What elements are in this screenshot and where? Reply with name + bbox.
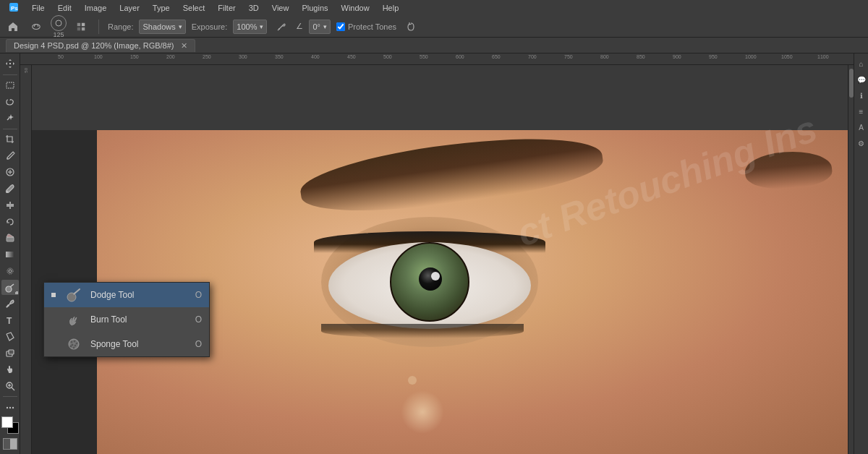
ruler-left: 50	[20, 65, 32, 454]
shape-tool[interactable]	[1, 346, 19, 361]
right-panel-settings-icon[interactable]: ≡	[856, 106, 867, 117]
svg-line-10	[7, 118, 9, 120]
svg-point-18	[7, 268, 13, 274]
burn-tool-icon	[64, 310, 83, 329]
menu-bar: Ps File Edit Image Layer Type Select Fil…	[0, 0, 868, 16]
standard-mode	[4, 439, 10, 449]
magic-wand-tool[interactable]	[1, 111, 19, 126]
protect-tones-label: Protect Tones	[348, 22, 396, 31]
healing-brush-tool[interactable]	[1, 165, 19, 180]
foreground-color-swatch[interactable]	[1, 416, 13, 428]
ruler-tick-label: 350	[275, 54, 284, 59]
canvas-area[interactable]: ct Retouching Ins	[32, 65, 854, 454]
svg-point-40	[70, 346, 72, 348]
svg-point-29	[6, 406, 7, 408]
text-tool[interactable]: T	[1, 313, 19, 328]
menu-help[interactable]: Help	[377, 2, 405, 14]
crop-tool[interactable]	[1, 132, 19, 147]
exposure-dropdown[interactable]: 100%	[233, 20, 267, 34]
quick-mask-toggle[interactable]	[3, 438, 17, 450]
extra-tools[interactable]	[1, 400, 19, 415]
gradient-tool[interactable]	[1, 247, 19, 262]
scrollbar-thumb[interactable]	[849, 69, 854, 98]
menu-edit[interactable]: Edit	[52, 2, 77, 14]
menu-type[interactable]: Type	[147, 2, 176, 14]
ruler-tick-label: 200	[166, 54, 175, 59]
close-tab-icon[interactable]: ✕	[181, 41, 187, 50]
menu-3d[interactable]: 3D	[243, 2, 265, 14]
ruler-tick-label: 150	[130, 54, 139, 59]
dodge-burn-sponge-tool[interactable]	[1, 280, 19, 295]
options-bar: 125 Range: Shadows Exposure: 100% ∠ 0° P…	[0, 16, 868, 38]
svg-rect-9	[7, 82, 14, 88]
ruler-top: 50 100 150 200 250 300 350 400 450 500 5…	[20, 53, 854, 65]
path-selection-tool[interactable]	[1, 329, 19, 344]
flyout-item-dodge[interactable]: Dodge Tool O	[44, 283, 209, 307]
ruler-tick-label: 950	[709, 54, 718, 59]
photo-container: ct Retouching Ins	[97, 130, 854, 454]
svg-point-34	[71, 341, 73, 343]
toolbar-sep-3	[3, 396, 17, 397]
ruler-tick-label: 800	[600, 54, 609, 59]
workspace-button[interactable]	[27, 18, 45, 35]
zoom-tool[interactable]	[1, 379, 19, 394]
menu-filter[interactable]: Filter	[212, 2, 241, 14]
protect-tones-checkbox[interactable]	[336, 22, 345, 31]
ruler-tick-label: 650	[492, 54, 501, 59]
svg-point-36	[76, 343, 78, 345]
menu-layer[interactable]: Layer	[114, 2, 145, 14]
brush-type-button[interactable]	[72, 18, 90, 35]
clone-stamp-tool[interactable]	[1, 198, 19, 213]
document-tab[interactable]: Design 4 PSD.psd @ 120% (Image, RGB/8#) …	[6, 39, 195, 52]
tool-sub-indicator	[15, 291, 18, 294]
marquee-tool[interactable]	[1, 78, 19, 93]
pen-tool[interactable]	[1, 296, 19, 312]
brush-preview[interactable]: 125	[51, 15, 67, 38]
ruler-tick-label: 450	[347, 54, 356, 59]
ruler-tick-label: 100	[94, 54, 103, 59]
history-brush-icon[interactable]	[402, 18, 420, 35]
exposure-label: Exposure:	[192, 22, 228, 31]
right-panel-info-icon[interactable]: ℹ	[856, 90, 867, 101]
eraser-tool[interactable]	[1, 231, 19, 246]
scrollbar-vertical[interactable]	[848, 65, 854, 454]
range-label: Range:	[108, 22, 133, 31]
right-panel-extra-icon[interactable]: ⚙	[856, 137, 867, 149]
move-tool[interactable]	[1, 56, 19, 72]
menu-ps[interactable]: Ps	[3, 1, 25, 15]
dodge-tool-icon	[64, 286, 83, 304]
right-panel: ⌂ 💬 ℹ ≡ A ⚙	[854, 53, 868, 454]
right-panel-home-icon[interactable]: ⌂	[856, 58, 867, 69]
menu-plugins[interactable]: Plugins	[296, 2, 333, 14]
range-dropdown[interactable]: Shadows	[139, 20, 185, 34]
sponge-tool-label: Sponge Tool	[90, 339, 188, 349]
brush-tool[interactable]	[1, 181, 19, 197]
home-button[interactable]	[4, 18, 22, 35]
airbrush-icon[interactable]	[273, 18, 290, 35]
ruler-tick-label: 500	[383, 54, 392, 59]
angle-label: ∠	[296, 22, 303, 31]
canvas-wrapper: 50 100 150 200 250 300 350 400 450 500 5…	[20, 53, 854, 454]
tool-flyout-menu: Dodge Tool O Burn Tool O	[43, 282, 210, 357]
eyedropper-tool[interactable]	[1, 148, 19, 163]
menu-window[interactable]: Window	[336, 2, 375, 14]
left-toolbar: T	[0, 53, 20, 454]
hand-tool[interactable]	[1, 362, 19, 377]
blur-tool[interactable]	[1, 264, 19, 279]
menu-view[interactable]: View	[266, 2, 295, 14]
history-brush-tool[interactable]	[1, 214, 19, 229]
lasso-tool[interactable]	[1, 94, 19, 109]
color-swatches	[1, 416, 19, 450]
svg-point-8	[278, 28, 280, 30]
right-panel-chat-icon[interactable]: 💬	[856, 74, 867, 85]
menu-file[interactable]: File	[26, 2, 51, 14]
svg-line-26	[12, 387, 14, 390]
menu-select[interactable]: Select	[177, 2, 211, 14]
svg-point-3	[56, 20, 61, 26]
flyout-item-sponge[interactable]: Sponge Tool O	[44, 332, 209, 356]
svg-point-19	[9, 270, 12, 273]
angle-dropdown[interactable]: 0°	[309, 20, 331, 34]
right-panel-text-icon[interactable]: A	[856, 121, 867, 133]
flyout-item-burn[interactable]: Burn Tool O	[44, 307, 209, 332]
menu-image[interactable]: Image	[79, 2, 113, 14]
